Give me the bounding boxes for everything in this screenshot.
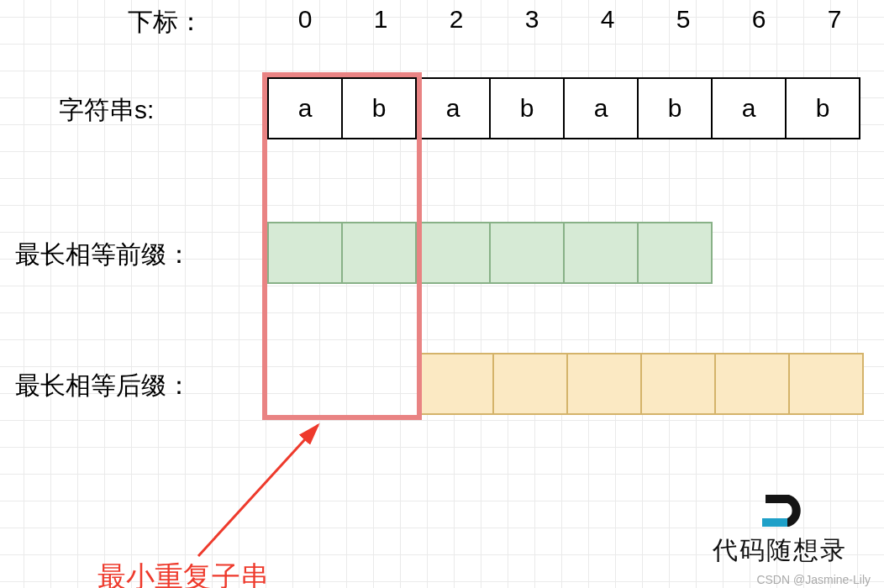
prefix-cell xyxy=(563,222,639,284)
index-cell: 4 xyxy=(570,5,645,34)
prefix-cell xyxy=(267,222,343,284)
string-cell: b xyxy=(341,77,417,139)
string-cell: b xyxy=(637,77,713,139)
suffix-row-label: 最长相等后缀： xyxy=(15,369,192,403)
string-cell: a xyxy=(563,77,639,139)
diagram-canvas: 下标： 01234567 字符串s: abababab 最长相等前缀： 最长相等… xyxy=(0,0,884,588)
svg-rect-1 xyxy=(762,518,787,527)
index-cell: 6 xyxy=(721,5,797,34)
watermark: CSDN @Jasmine-Lily xyxy=(756,573,871,586)
string-cell: a xyxy=(267,77,343,139)
suffix-row xyxy=(418,353,864,415)
index-row-label: 下标： xyxy=(128,5,203,39)
index-cell: 2 xyxy=(418,5,494,34)
suffix-cell xyxy=(418,353,494,415)
prefix-cell xyxy=(415,222,491,284)
index-cell: 5 xyxy=(645,5,721,34)
suffix-cell xyxy=(714,353,790,415)
prefix-cell xyxy=(341,222,417,284)
index-cell: 7 xyxy=(797,5,872,34)
prefix-cell xyxy=(637,222,713,284)
prefix-row xyxy=(267,222,713,284)
logo: 代码随想录 xyxy=(713,491,847,568)
string-cell: b xyxy=(785,77,860,139)
suffix-cell xyxy=(788,353,864,415)
index-cell: 0 xyxy=(267,5,343,34)
annotation-label: 最小重复子串 xyxy=(97,558,269,588)
suffix-cell xyxy=(566,353,642,415)
suffix-cell xyxy=(640,353,716,415)
index-cell: 3 xyxy=(494,5,570,34)
string-row: abababab xyxy=(267,77,860,139)
prefix-cell xyxy=(489,222,565,284)
prefix-row-label: 最长相等前缀： xyxy=(15,238,192,272)
suffix-cell xyxy=(492,353,568,415)
index-cell: 1 xyxy=(343,5,418,34)
logo-mark-icon xyxy=(755,491,804,530)
string-cell: a xyxy=(711,77,787,139)
string-cell: a xyxy=(415,77,491,139)
string-row-label: 字符串s: xyxy=(59,93,154,128)
logo-text: 代码随想录 xyxy=(713,533,847,568)
string-cell: b xyxy=(489,77,565,139)
